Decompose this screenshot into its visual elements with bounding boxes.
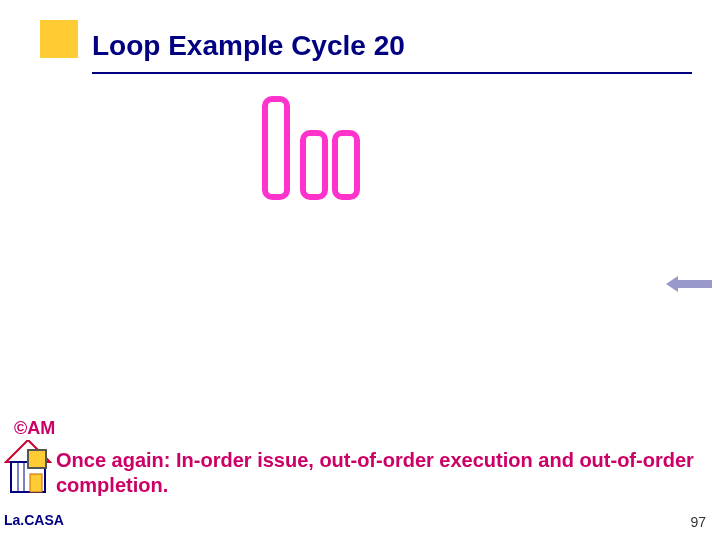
- title-underline: [92, 72, 692, 74]
- body-bullet-text: Once again: In-order issue, out-of-order…: [56, 448, 696, 498]
- bar-3: [332, 130, 360, 200]
- svg-rect-4: [30, 474, 42, 492]
- bullet-icon: [27, 449, 47, 469]
- bar-2: [300, 130, 328, 200]
- footer-brand: La.CASA: [4, 512, 64, 528]
- title-accent-square: [40, 20, 78, 58]
- page-number: 97: [690, 514, 706, 530]
- copyright-label: ©AM: [14, 418, 55, 439]
- bar-1: [262, 96, 290, 200]
- slide-title: Loop Example Cycle 20: [92, 30, 405, 62]
